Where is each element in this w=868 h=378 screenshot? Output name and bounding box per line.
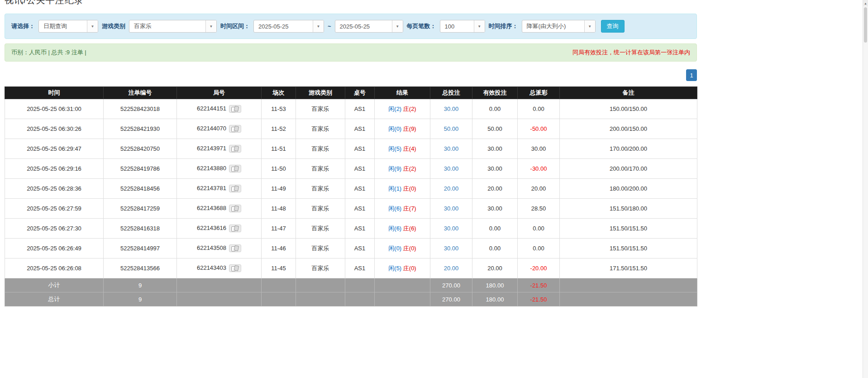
cards-icon[interactable] bbox=[229, 185, 241, 192]
cell-game-type: 百家乐 bbox=[296, 239, 345, 258]
total-bet-link[interactable]: 50.00 bbox=[444, 125, 459, 132]
cell-total-bet: 30.00 bbox=[430, 159, 472, 179]
chevron-down-icon[interactable]: ▼ bbox=[392, 20, 403, 32]
sort-order-dropdown[interactable]: 降冪(由大到小) ▼ bbox=[522, 20, 596, 33]
pagination-page-1[interactable]: 1 bbox=[686, 69, 697, 81]
payout-value: 0.00 bbox=[533, 245, 544, 252]
date-range-label: 时间区间： bbox=[220, 22, 250, 30]
date-to-dropdown[interactable]: 2025-05-25 ▼ bbox=[335, 20, 403, 33]
result-player: 闲(6) bbox=[388, 205, 401, 212]
cell-remark: 151.50/151.50 bbox=[560, 219, 697, 239]
total-bet-link[interactable]: 30.00 bbox=[444, 245, 459, 252]
cards-icon[interactable] bbox=[229, 264, 241, 272]
cell-game-type: 百家乐 bbox=[296, 139, 345, 159]
cell-bet-id: 522528418456 bbox=[104, 179, 177, 199]
result-player: 闲(5) bbox=[388, 265, 401, 272]
footer-cell bbox=[177, 292, 262, 306]
cell-game-type: 百家乐 bbox=[296, 199, 345, 219]
footer-cell: 小计 bbox=[5, 278, 104, 292]
column-header: 桌号 bbox=[345, 87, 375, 99]
cell-remark: 151.50/180.00 bbox=[560, 199, 697, 219]
summary-note: 同局有效投注，统一计算在该局第一张注单内 bbox=[572, 48, 690, 57]
footer-cell bbox=[375, 292, 430, 306]
select-type-dropdown[interactable]: 日期查询 ▼ bbox=[38, 20, 98, 33]
total-bet-link[interactable]: 20.00 bbox=[444, 185, 459, 192]
cell-payout: 0.00 bbox=[518, 99, 560, 119]
cell-table-no: AS1 bbox=[345, 159, 375, 179]
total-bet-link[interactable]: 20.00 bbox=[444, 265, 459, 272]
date-range-separator: ~ bbox=[328, 23, 331, 30]
footer-cell: 270.00 bbox=[430, 278, 472, 292]
chevron-down-icon[interactable]: ▼ bbox=[584, 20, 595, 32]
chevron-down-icon[interactable]: ▼ bbox=[474, 20, 485, 32]
cell-game-type: 百家乐 bbox=[296, 219, 345, 239]
footer-cell bbox=[262, 292, 296, 306]
scrollbar-thumb[interactable] bbox=[864, 7, 867, 43]
cell-total-bet: 30.00 bbox=[430, 239, 472, 258]
footer-cell: 总计 bbox=[5, 292, 104, 306]
footer-cell bbox=[345, 292, 375, 306]
cell-bet-id: 522528417259 bbox=[104, 199, 177, 219]
column-header: 总投注 bbox=[430, 87, 472, 99]
cards-icon[interactable] bbox=[229, 125, 241, 133]
search-button[interactable]: 查询 bbox=[601, 20, 625, 33]
chevron-down-icon[interactable]: ▼ bbox=[205, 20, 216, 32]
summary-currency-count: 币别：人民币 | 总共 :9 注单 | bbox=[11, 48, 86, 57]
vertical-scrollbar[interactable]: ▲ bbox=[863, 0, 868, 378]
date-from-dropdown[interactable]: 2025-05-25 ▼ bbox=[253, 20, 324, 33]
column-header: 总派彩 bbox=[518, 87, 560, 99]
total-bet-link[interactable]: 30.00 bbox=[444, 205, 459, 212]
result-banker: 庄(2) bbox=[403, 165, 416, 172]
summary-bar: 币别：人民币 | 总共 :9 注单 | 同局有效投注，统一计算在该局第一张注单内 bbox=[5, 43, 697, 62]
total-bet-link[interactable]: 30.00 bbox=[444, 165, 459, 172]
column-header: 备注 bbox=[560, 87, 697, 99]
cell-total-bet: 30.00 bbox=[430, 219, 472, 239]
cards-icon[interactable] bbox=[229, 145, 241, 153]
cards-icon[interactable] bbox=[229, 225, 241, 232]
cell-table-no: AS1 bbox=[345, 139, 375, 159]
page-size-label: 每页笔数： bbox=[407, 22, 436, 30]
cell-remark: 150.00/150.00 bbox=[560, 99, 697, 119]
select-type-label: 请选择： bbox=[11, 22, 35, 30]
cards-icon[interactable] bbox=[229, 165, 241, 172]
cell-session: 11-48 bbox=[262, 199, 296, 219]
cell-time: 2025-05-25 06:31:00 bbox=[5, 99, 104, 119]
chevron-down-icon[interactable]: ▼ bbox=[313, 20, 324, 32]
table-row: 2025-05-25 06:30:26522528421930622144070… bbox=[5, 119, 697, 139]
result-player: 闲(0) bbox=[388, 125, 401, 132]
scroll-up-icon[interactable]: ▲ bbox=[863, 0, 868, 6]
result-banker: 庄(0) bbox=[403, 185, 416, 192]
filter-bar: 请选择： 日期查询 ▼ 游戏类别 百家乐 ▼ 时间区间： 2025-05-25 … bbox=[5, 14, 697, 39]
result-player: 闲(9) bbox=[388, 165, 401, 172]
column-header: 时间 bbox=[5, 87, 104, 99]
cell-valid-bet: 20.00 bbox=[472, 179, 518, 199]
cell-result: 闲(6) 庄(7) bbox=[375, 199, 430, 219]
cell-total-bet: 30.00 bbox=[430, 99, 472, 119]
cell-time: 2025-05-25 06:30:26 bbox=[5, 119, 104, 139]
cell-bet-id: 522528419786 bbox=[104, 159, 177, 179]
records-table: 时间注单编号局号场次游戏类别桌号结果总投注有效投注总派彩备注 2025-05-2… bbox=[5, 86, 697, 306]
table-row: 2025-05-25 06:28:36522528418456622143781… bbox=[5, 179, 697, 199]
cell-time: 2025-05-25 06:29:47 bbox=[5, 139, 104, 159]
table-row: 2025-05-25 06:29:16522528419786622143880… bbox=[5, 159, 697, 179]
table-row: 2025-05-25 06:31:00522528423018622144151… bbox=[5, 99, 697, 119]
page-title-text: 视讯/公关平注纪录 bbox=[5, 0, 697, 6]
select-type-value: 日期查询 bbox=[39, 22, 87, 30]
cell-payout: -20.00 bbox=[518, 258, 560, 278]
cell-game-type: 百家乐 bbox=[296, 258, 345, 278]
page-size-dropdown[interactable]: 100 ▼ bbox=[440, 20, 485, 33]
chevron-down-icon[interactable]: ▼ bbox=[87, 20, 98, 32]
cell-round: 622143403 bbox=[177, 258, 262, 278]
payout-value: -50.00 bbox=[530, 125, 547, 132]
cards-icon[interactable] bbox=[229, 105, 241, 113]
result-banker: 庄(2) bbox=[403, 105, 416, 112]
total-bet-link[interactable]: 30.00 bbox=[444, 145, 459, 152]
table-row: 2025-05-25 06:27:30522528416318622143616… bbox=[5, 219, 697, 239]
game-type-dropdown[interactable]: 百家乐 ▼ bbox=[129, 20, 217, 33]
cards-icon[interactable] bbox=[229, 205, 241, 212]
cards-icon[interactable] bbox=[229, 244, 241, 252]
total-bet-link[interactable]: 30.00 bbox=[444, 225, 459, 232]
result-banker: 庄(0) bbox=[403, 245, 416, 252]
footer-cell bbox=[375, 278, 430, 292]
total-bet-link[interactable]: 30.00 bbox=[444, 105, 459, 112]
